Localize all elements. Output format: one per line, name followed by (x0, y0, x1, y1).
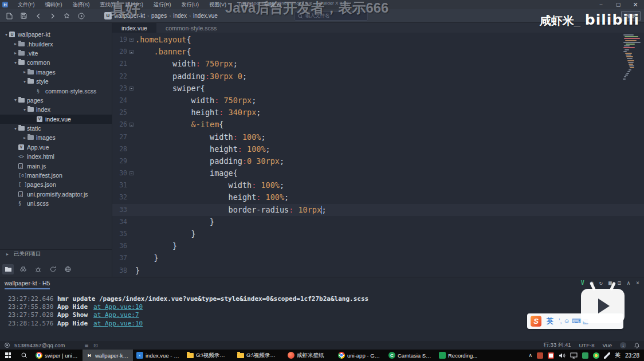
tree-item-index[interactable]: ▾index (0, 105, 112, 114)
code-line-25[interactable]: 25height: 340rpx; (112, 107, 644, 119)
fold-gutter[interactable] (127, 50, 135, 54)
display-icon[interactable] (570, 352, 578, 359)
code-line-33[interactable]: 33border-radius: 10rpx; (112, 204, 644, 216)
minimize-button[interactable]: – (592, 0, 610, 9)
editor-tab-common-style-scss[interactable]: common-style.scss (156, 23, 226, 33)
screenshot-icon[interactable]: ⊡ (618, 280, 621, 286)
taskbar-app-vscode[interactable]: ‹index.vue - xx... (133, 350, 183, 361)
save-button[interactable] (17, 10, 31, 22)
log-source-link[interactable]: at App.vue:7 (93, 311, 139, 319)
fold-gutter[interactable] (127, 87, 135, 91)
menu-item[interactable]: 选择(S) (68, 0, 95, 9)
tree-item-uni-scss[interactable]: §uni.scss (0, 199, 112, 208)
code-line-35[interactable]: 35} (112, 228, 644, 240)
code-line-34[interactable]: 34} (112, 216, 644, 228)
chevron-down-icon[interactable]: ▾ (3, 32, 9, 37)
tray-app-icon-1[interactable] (537, 352, 543, 359)
chevron-right-icon[interactable]: ▸ (22, 135, 28, 140)
code-line-20[interactable]: 20.banner{ (112, 46, 644, 58)
restart-icon[interactable]: ↻ (599, 280, 603, 286)
menu-item[interactable]: 视图(V) (204, 0, 231, 9)
breadcrumb-item[interactable]: wallpaper-kt (114, 13, 145, 19)
tree-item-static[interactable]: ▾static (0, 124, 112, 133)
preview-button[interactable]: 预览 (621, 11, 641, 21)
code-line-28[interactable]: 28height: 100%; (112, 143, 644, 155)
refresh-panel-icon[interactable] (47, 264, 58, 274)
image-preview-icon[interactable]: ⊡ (93, 343, 98, 348)
chevron-right-icon[interactable]: ▸ (13, 41, 18, 46)
tree-item-index-vue[interactable]: Vindex.vue (0, 115, 112, 124)
start-button[interactable] (0, 350, 16, 361)
breadcrumb-item[interactable]: index.vue (193, 13, 218, 19)
encoding[interactable]: UTF-8 (579, 342, 595, 348)
new-file-button[interactable] (2, 10, 17, 22)
closed-projects-section[interactable]: ▸ 已关闭项目 (0, 249, 112, 258)
chevron-down-icon[interactable]: ▾ (22, 79, 28, 84)
language-mode[interactable]: Vue (602, 342, 612, 348)
run-button[interactable] (74, 10, 88, 22)
update-download-icon[interactable]: ↓ (620, 342, 626, 348)
code-line-27[interactable]: 27width: 100%; (112, 131, 644, 143)
vue-run-config-icon[interactable]: V (581, 280, 584, 286)
browser-panel-icon[interactable] (62, 264, 73, 274)
fold-toggle-icon[interactable] (129, 38, 133, 42)
menu-item[interactable]: 查找(I) (95, 0, 121, 9)
sogou-logo-icon[interactable]: S (531, 316, 541, 327)
tree-item-common[interactable]: ▾common (0, 58, 112, 67)
taskbar-app-chrome[interactable]: swiper | uni-ap... (32, 350, 83, 361)
tree-item-style[interactable]: ▾style (0, 77, 112, 86)
code-line-30[interactable]: 30image{ (112, 167, 644, 179)
projects-panel-icon[interactable] (2, 264, 14, 274)
chevron-right-icon[interactable]: ▸ (13, 50, 18, 56)
navigate-forward-button[interactable] (45, 10, 60, 22)
code-line-31[interactable]: 31width: 100%; (112, 179, 644, 191)
fold-toggle-icon[interactable] (129, 123, 133, 127)
minimap[interactable] (622, 34, 643, 80)
tree-item-manifest-json[interactable]: [o]manifest.json (0, 171, 112, 180)
fold-gutter[interactable] (127, 38, 135, 42)
clear-icon[interactable]: × (636, 280, 639, 286)
taskbar-app-folder[interactable]: G:\视频录制\uni... (234, 350, 284, 361)
fold-toggle-icon[interactable] (129, 171, 133, 175)
log-source-link[interactable]: at App.vue:10 (93, 303, 143, 311)
tree-item-pages-json[interactable]: [ ]pages.json (0, 180, 112, 189)
taskbar-app-folder[interactable]: G:\视频录制\uni... (183, 350, 234, 361)
taskbar-app-recording[interactable]: Recording... (435, 350, 486, 361)
menu-item[interactable]: 文件(F) (13, 0, 40, 9)
tree-item-common-style-scss[interactable]: §common-style.scss (0, 86, 112, 95)
clock[interactable]: 23:28 (625, 352, 639, 359)
tray-expand-icon[interactable]: ∧ (528, 352, 532, 358)
log-source-link[interactable]: at App.vue:10 (93, 320, 143, 327)
volume-icon[interactable] (559, 352, 566, 359)
collapse-icon[interactable]: ∧ (627, 280, 630, 286)
code-line-24[interactable]: 24width: 750rpx; (112, 95, 644, 107)
code-line-29[interactable]: 29padding:0 30rpx; (112, 155, 644, 167)
taskbar-app-hbuilderx[interactable]: Hwallpaper-kt/p... (83, 350, 133, 361)
menu-item[interactable]: 编辑(E) (40, 0, 68, 9)
code-line-19[interactable]: 19.homeLayout{ (112, 34, 644, 46)
outline-list-icon[interactable]: ≣ (84, 343, 89, 348)
tray-app-icon-4[interactable] (593, 352, 599, 359)
editor-tab-index-vue[interactable]: index.vue (112, 23, 156, 33)
tree-item-uni-promisify-adaptor-js[interactable]: Juni.promisify.adaptor.js (0, 190, 112, 199)
fold-toggle-icon[interactable] (129, 87, 133, 91)
code-line-37[interactable]: 37} (112, 252, 644, 264)
close-button[interactable]: ✕ (627, 0, 644, 9)
tree-item-main-js[interactable]: Jmain.js (0, 161, 112, 170)
chevron-down-icon[interactable]: ▾ (13, 97, 18, 103)
maximize-button[interactable]: ▢ (610, 0, 627, 9)
navigate-back-button[interactable] (31, 10, 45, 22)
console-tab[interactable]: wallpaper-kt - H5 (5, 280, 50, 289)
bookmark-star-button[interactable] (60, 10, 74, 22)
debug-panel-icon[interactable] (32, 264, 44, 274)
code-line-23[interactable]: 23swiper{ (112, 83, 644, 95)
tree-item-images[interactable]: ▸images (0, 133, 112, 142)
tray-app-icon-2[interactable] (548, 352, 554, 359)
account-avatar-icon[interactable] (5, 343, 10, 348)
chevron-down-icon[interactable]: ▾ (22, 107, 28, 112)
tree-item-index-html[interactable]: <>index.html (0, 152, 112, 161)
tree-item-wallpaper-kt[interactable]: ▾Uwallpaper-kt (0, 30, 112, 39)
tree-item-pages[interactable]: ▾pages (0, 96, 112, 105)
code-line-26[interactable]: 26&-item{ (112, 119, 644, 131)
code-line-32[interactable]: 32height: 100%; (112, 191, 644, 203)
